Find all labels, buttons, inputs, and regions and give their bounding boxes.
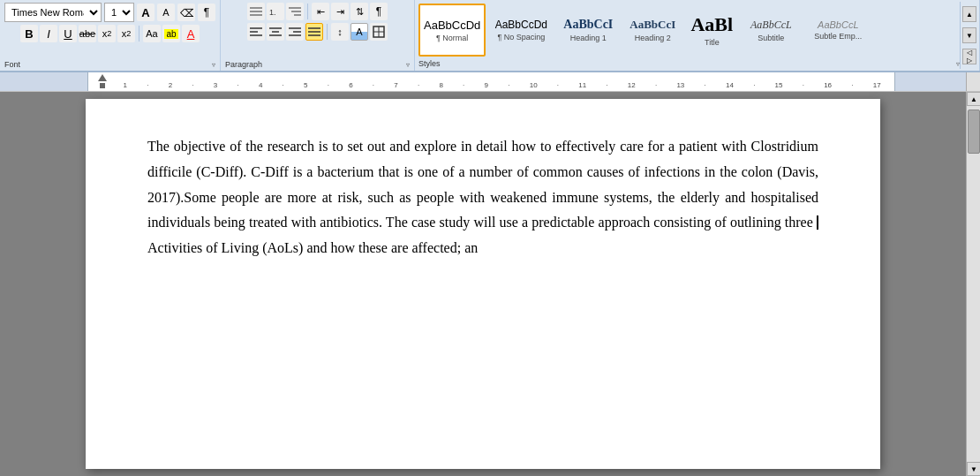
style-subtle-label: Subtle Emp... [814, 32, 862, 41]
document-scroll-area[interactable]: The objective of the research is to set … [0, 92, 966, 476]
justify-btn[interactable] [305, 23, 323, 41]
document-page: The objective of the research is to set … [86, 99, 880, 469]
styles-group-label: Styles [418, 59, 441, 68]
align-center-icon [268, 26, 283, 38]
font-shrink-btn[interactable]: A [157, 4, 175, 21]
divider3 [327, 24, 328, 40]
scroll-down-btn[interactable]: ▼ [967, 462, 980, 476]
style-subtitle[interactable]: AaBbCcL Subtitle [739, 4, 803, 57]
style-subtle-preview: AaBbCcL [818, 19, 858, 30]
ruler-indent-marker[interactable] [97, 72, 108, 90]
ruler-right-margin [895, 72, 966, 91]
styles-group: AaBbCcDd ¶ Normal AaBbCcDd ¶ No Spacing … [415, 0, 980, 71]
indent-marker-icon [97, 72, 108, 90]
align-right-icon [288, 26, 302, 38]
style-h2-preview: AaBbCcI [629, 18, 675, 32]
style-subtitle-label: Subtitle [758, 34, 784, 42]
svg-marker-23 [98, 74, 107, 81]
clear-formatting-btn[interactable]: ⌫ [177, 4, 195, 21]
eraser-icon: ⌫ [179, 5, 193, 19]
scroll-thumb[interactable] [968, 110, 980, 154]
style-nospacing-label: ¶ No Spacing [497, 33, 545, 42]
font-row1: Times New Roma 12 A A ⌫ ¶ [4, 3, 215, 22]
app-window: Times New Roma 12 A A ⌫ ¶ B I U [0, 0, 980, 476]
vertical-scrollbar: ▲ ▼ [966, 92, 980, 476]
align-left-icon [249, 26, 263, 38]
style-title[interactable]: AaBl Title [685, 4, 738, 57]
document-content: The objective of the research is to set … [147, 139, 818, 230]
font-name-select[interactable]: Times New Roma [4, 3, 102, 22]
font-grow-btn[interactable]: A [137, 4, 155, 21]
bullets-icon [249, 5, 263, 18]
paragraph-expand-icon[interactable]: ▿ [406, 61, 410, 69]
line-spacing-btn[interactable]: ↕ [331, 23, 349, 41]
font-row2: B I U abe x2 x2 Aa ab A [20, 25, 200, 42]
para-row2: ↕ A [247, 23, 388, 41]
decrease-indent-btn[interactable]: ⇤ [312, 3, 329, 20]
show-para-btn[interactable]: ¶ [198, 4, 215, 21]
divider1 [139, 26, 139, 42]
ruler-white-area: · 1 · 2 · 3 · 4 · 5 · 6 · 7 · 8 · 9 · 10 [88, 72, 895, 91]
style-h1-label: Heading 1 [570, 34, 607, 42]
shading-btn[interactable]: A [351, 23, 368, 41]
borders-icon [372, 25, 386, 39]
document-text[interactable]: The objective of the research is to set … [147, 134, 818, 261]
bullets-btn[interactable] [247, 3, 265, 20]
show-para-marks-btn[interactable]: ¶ [370, 3, 388, 20]
underline-btn[interactable]: U [59, 25, 77, 42]
style-nospacing-preview: AaBbCcDd [495, 19, 547, 31]
gallery-scroll-more[interactable]: ◁▷ [962, 49, 976, 64]
ruler-left-margin [0, 72, 88, 91]
italic-btn[interactable]: I [40, 25, 57, 42]
gallery-scroll-down[interactable]: ▼ [962, 27, 976, 43]
align-right-btn[interactable] [286, 23, 304, 41]
ruler-scrollbar-placeholder [966, 72, 980, 91]
style-normal-preview: AaBbCcDd [424, 19, 480, 32]
font-size-select[interactable]: 12 [104, 3, 134, 22]
justify-icon [307, 26, 321, 38]
highlight-btn[interactable]: ab [162, 25, 180, 42]
paragraph-group-label: Paragraph [225, 60, 262, 69]
main-area: The objective of the research is to set … [0, 92, 980, 476]
sort-btn[interactable]: ⇅ [351, 3, 368, 20]
style-h2-label: Heading 2 [635, 34, 671, 42]
gallery-scroll-btns: ▲ ▼ ◁▷ [960, 2, 976, 69]
divider2 [307, 4, 308, 19]
svg-rect-24 [100, 83, 105, 88]
style-no-spacing[interactable]: AaBbCcDd ¶ No Spacing [486, 4, 555, 57]
font-expand-icon[interactable]: ▿ [212, 61, 215, 69]
multilevel-list-btn[interactable] [286, 3, 304, 20]
style-heading2[interactable]: AaBbCcI Heading 2 [621, 4, 684, 57]
change-case-btn[interactable]: Aa [143, 25, 161, 42]
gallery-scroll-up[interactable]: ▲ [962, 6, 976, 22]
style-h1-preview: AaBbCcI [563, 18, 613, 32]
svg-text:⌫: ⌫ [180, 7, 193, 19]
align-left-btn[interactable] [247, 23, 265, 41]
styles-group-label-row: Styles ▿ [418, 58, 960, 69]
style-normal-label: ¶ Normal [436, 34, 468, 42]
multilevel-icon [288, 5, 302, 18]
align-center-btn[interactable] [267, 23, 284, 41]
numbering-btn[interactable]: 1. [267, 3, 284, 20]
svg-text:1.: 1. [269, 8, 276, 17]
strikethrough-btn[interactable]: abe [79, 25, 96, 42]
font-group: Times New Roma 12 A A ⌫ ¶ B I U [0, 0, 221, 71]
ruler-ticks: · 1 · 2 · 3 · 4 · 5 · 6 · 7 · 8 · 9 · 10 [88, 81, 894, 91]
style-subtitle-preview: AaBbCcL [750, 19, 792, 32]
scroll-up-btn[interactable]: ▲ [967, 92, 980, 106]
increase-indent-btn[interactable]: ⇥ [331, 3, 349, 20]
style-subtle-emphasis[interactable]: AaBbCcL Subtle Emp... [803, 4, 872, 57]
font-color-btn[interactable]: A [182, 25, 200, 42]
subscript-btn[interactable]: x2 [98, 25, 116, 42]
font-group-label: Font [4, 60, 20, 69]
ribbon: Times New Roma 12 A A ⌫ ¶ B I U [0, 0, 980, 72]
ruler-bar: · 1 · 2 · 3 · 4 · 5 · 6 · 7 · 8 · 9 · 10 [0, 72, 980, 92]
style-normal[interactable]: AaBbCcDd ¶ Normal [418, 4, 486, 57]
style-title-preview: AaBl [690, 13, 733, 36]
superscript-btn[interactable]: x2 [117, 25, 135, 42]
bold-btn[interactable]: B [20, 25, 38, 42]
scroll-track[interactable] [967, 106, 980, 462]
style-heading1[interactable]: AaBbCcI Heading 1 [556, 4, 620, 57]
borders-btn[interactable] [370, 23, 388, 41]
style-title-label: Title [705, 38, 720, 47]
